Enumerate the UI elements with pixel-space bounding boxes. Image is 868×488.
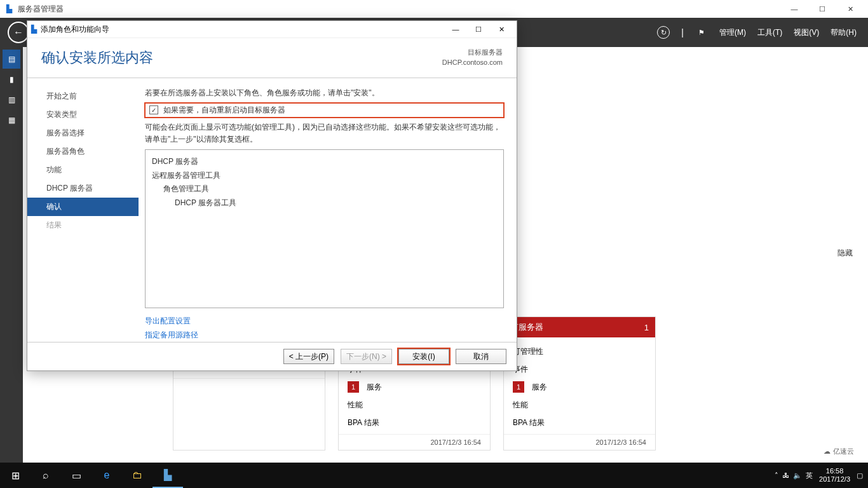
menu-tools[interactable]: 工具(T): [757, 27, 782, 38]
tile-timestamp: 2017/12/3 16:54: [339, 434, 490, 450]
tile-row[interactable]: 事件: [504, 360, 655, 378]
divider: |: [681, 27, 684, 37]
roles-list: DHCP 服务器 远程服务器管理工具 角色管理工具 DHCP 服务器工具: [145, 149, 504, 308]
explorer-icon[interactable]: 🗀: [122, 463, 153, 488]
notification-icon[interactable]: ▢: [857, 471, 863, 480]
tile-row[interactable]: BPA 结果: [339, 414, 490, 431]
export-config-link[interactable]: 导出配置设置: [145, 315, 504, 329]
install-button[interactable]: 安装(I): [398, 349, 449, 364]
taskbar: ⊞ ⌕ ▭ e 🗀 ▙ ˄ 🖧 🔈 英 16:58 2017/12/3 ▢: [0, 463, 868, 488]
app-sidebar: ▤ ▮ ▥ ▦: [0, 47, 23, 463]
ie-icon[interactable]: e: [92, 463, 122, 488]
wizard-min-button[interactable]: —: [444, 21, 467, 37]
tile-row[interactable]: 可管理性: [504, 342, 655, 360]
back-button[interactable]: ←: [8, 22, 29, 43]
watermark: ☁ 亿速云: [813, 442, 864, 460]
optional-note: 可能会在此页面上显示可选功能(如管理工具)，因为已自动选择这些功能。如果不希望安…: [145, 121, 504, 146]
main-min-button[interactable]: —: [780, 0, 808, 18]
task-view-icon[interactable]: ▭: [61, 463, 92, 488]
alert-badge: 1: [348, 381, 359, 393]
intro-text: 若要在所选服务器上安装以下角色、角色服务或功能，请单击"安装"。: [145, 87, 504, 99]
restart-checkbox-row[interactable]: ✓ 如果需要，自动重新启动目标服务器: [145, 103, 504, 118]
tile-row[interactable]: 1服务: [504, 378, 655, 396]
flag-icon[interactable]: ⚑: [695, 26, 708, 39]
tile-row[interactable]: 1服务: [339, 378, 490, 396]
tile-row[interactable]: 性能: [339, 396, 490, 414]
tile-row[interactable]: 性能: [504, 396, 655, 414]
cancel-button[interactable]: 取消: [456, 349, 506, 364]
wizard-close-button[interactable]: ✕: [490, 21, 513, 37]
alert-badge: 1: [513, 381, 524, 393]
wizard-heading: 确认安装所选内容: [41, 48, 153, 67]
tile-timestamp: 2017/12/3 16:54: [504, 434, 655, 450]
prev-button[interactable]: < 上一步(P): [283, 349, 334, 364]
menu-view[interactable]: 视图(V): [794, 27, 819, 38]
ime-indicator[interactable]: 英: [806, 471, 813, 480]
menu-manage[interactable]: 管理(M): [719, 27, 746, 38]
role-item: 远程服务器管理工具: [152, 169, 497, 183]
main-titlebar: ▙ 服务器管理器 — ☐ ✕: [0, 0, 868, 18]
checkbox-icon[interactable]: ✓: [149, 105, 158, 114]
next-button: 下一步(N) >: [341, 349, 392, 364]
cloud-icon: ☁: [824, 447, 831, 456]
refresh-icon[interactable]: ↻: [657, 26, 670, 39]
alt-source-link[interactable]: 指定备用源路径: [145, 329, 504, 342]
tile-header[interactable]: 有服务器1: [504, 317, 655, 337]
wizard-title: 添加角色和功能向导: [41, 24, 109, 35]
volume-icon[interactable]: 🔈: [793, 471, 802, 480]
tile-timestamp: 2017/12/3 16:54: [173, 378, 325, 394]
sidebar-local-icon[interactable]: ▮: [3, 70, 20, 89]
server-manager-task-icon[interactable]: ▙: [153, 463, 183, 488]
wizard-header: 确认安装所选内容 目标服务器 DHCP.contoso.com: [27, 38, 517, 78]
role-item: DHCP 服务器工具: [152, 196, 497, 210]
nav-features[interactable]: 功能: [27, 161, 139, 179]
server-manager-icon: ▙: [4, 4, 14, 14]
sidebar-all-icon[interactable]: ▥: [3, 90, 20, 109]
wizard-titlebar: ▙ 添加角色和功能向导 — ☐ ✕: [27, 21, 517, 38]
wizard-icon: ▙: [31, 25, 37, 34]
hide-link[interactable]: 隐藏: [837, 248, 853, 259]
checkbox-label: 如果需要，自动重新启动目标服务器: [163, 105, 285, 116]
sidebar-role-icon[interactable]: ▦: [3, 111, 20, 130]
network-icon[interactable]: 🖧: [782, 471, 789, 479]
sidebar-dashboard-icon[interactable]: ▤: [3, 50, 20, 69]
menu-help[interactable]: 帮助(H): [831, 27, 857, 38]
nav-confirm[interactable]: 确认: [27, 198, 139, 216]
target-server-info: 目标服务器 DHCP.contoso.com: [442, 48, 503, 67]
wizard-nav: 开始之前 安装类型 服务器选择 服务器角色 功能 DHCP 服务器 确认 结果: [27, 78, 139, 342]
nav-result: 结果: [27, 216, 139, 234]
tray-up-icon[interactable]: ˄: [775, 471, 778, 480]
main-max-button[interactable]: ☐: [808, 0, 836, 18]
tile-servers-2: 有服务器1 可管理性 事件 1服务 性能 BPA 结果 2017/12/3 16…: [503, 316, 656, 451]
main-close-button[interactable]: ✕: [836, 0, 864, 18]
wizard-footer: < 上一步(P) 下一步(N) > 安装(I) 取消: [27, 342, 517, 370]
clock[interactable]: 16:58 2017/12/3: [817, 467, 853, 484]
wizard-max-button[interactable]: ☐: [467, 21, 490, 37]
nav-type[interactable]: 安装类型: [27, 105, 139, 124]
nav-server-selection[interactable]: 服务器选择: [27, 124, 139, 142]
nav-server-role[interactable]: 服务器角色: [27, 142, 139, 161]
role-item: 角色管理工具: [152, 182, 497, 196]
nav-dhcp[interactable]: DHCP 服务器: [27, 179, 139, 198]
nav-before[interactable]: 开始之前: [27, 87, 139, 105]
role-item: DHCP 服务器: [152, 155, 497, 169]
search-icon[interactable]: ⌕: [31, 463, 61, 488]
wizard-content: 若要在所选服务器上安装以下角色、角色服务或功能，请单击"安装"。 ✓ 如果需要，…: [139, 78, 517, 342]
main-title: 服务器管理器: [18, 4, 64, 15]
add-roles-wizard: ▙ 添加角色和功能向导 — ☐ ✕ 确认安装所选内容 目标服务器 DHCP.co…: [27, 20, 517, 371]
tile-row[interactable]: BPA 结果: [504, 414, 655, 431]
start-button[interactable]: ⊞: [0, 463, 31, 488]
